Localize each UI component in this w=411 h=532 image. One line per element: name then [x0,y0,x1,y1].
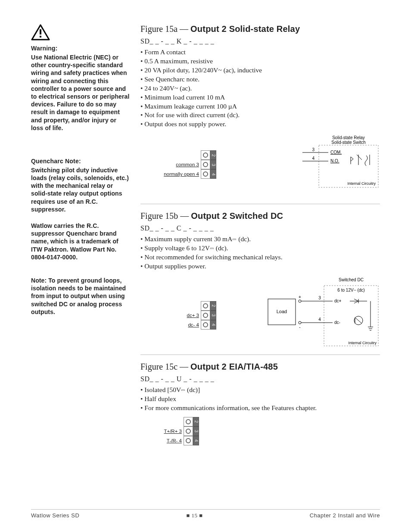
terminal-num-4: 4 [193,436,199,445]
watlow-body: Watlow carries the R.C. suppressor Quenc… [31,222,130,261]
divider [140,204,380,204]
figure-15a-partno: SD_ _ - _ _ K _ - _ _ _ _ [140,37,380,45]
warning-title: Warning: [31,45,130,52]
terminal-num-4: 4 [210,169,216,179]
schem-dcminus: dc- [334,320,340,325]
schem-dcplus: dc+ [334,299,342,303]
tb-label-tminus: T-/R- 4 [140,438,184,443]
bullet: See Quencharc note. [140,75,380,84]
svg-rect-0 [40,29,41,34]
terminal-cell [201,311,210,320]
terminal-cell [184,426,193,436]
svg-point-13 [299,321,301,324]
schem-title1: Switched DC [339,277,364,282]
schem-load: Load [277,309,287,314]
figure-15a-lead: Figure 15a — [140,24,190,34]
svg-line-7 [357,155,362,160]
figure-15c-title: Figure 15c — Output 2 EIA/TIA-485 [140,362,380,372]
terminal-cell [201,301,210,311]
figure-15c-terminal-block: 2 T+/R+ 3 3 T-/R- 4 4 [140,417,199,445]
bullet: Maximum supply current 30 mA⎓ (dc). [140,235,380,244]
schem-pin3: 3 [312,147,314,152]
bullet: Isolated [50V⎓ (dc)] [140,386,380,395]
figure-15c-bullets: Isolated [50V⎓ (dc)] Half duplex For mor… [140,386,380,413]
warning-icon [31,24,130,42]
figure-15c: Figure 15c — Output 2 EIA/TIA-485 SD_ _ … [140,362,380,447]
bullet: Output supplies power. [140,262,380,271]
terminal-num-2: 2 [210,301,216,311]
terminal-num-3: 3 [210,311,216,320]
svg-rect-1 [40,36,41,37]
figure-15b-title: Figure 15b — Output 2 Switched DC [140,211,380,221]
figure-15c-lead: Figure 15c — [140,362,190,371]
terminal-cell [184,417,193,426]
figure-15a-terminal-block: 2 common 3 3 normally open 4 4 [158,150,216,179]
bullet: Maximum leakage current 100 µA [140,102,380,111]
schem-title2: Solid-state Switch [331,140,365,145]
schem-foot: Internal Circuitry [347,181,376,186]
terminal-cell [201,160,210,169]
schem-pin3: 3 [318,296,321,300]
terminal-num-2: 2 [193,417,199,426]
schem-pin4: 4 [312,156,314,161]
schem-com: COM. [330,150,342,155]
tb-label-dcplus: dc+ 3 [158,313,201,318]
bullet: 0.5 A maximum, resistive [140,57,380,66]
terminal-cell [201,169,210,179]
figure-15b-lead: Figure 15b — [140,211,191,221]
figure-15b: Figure 15b — Output 2 Switched DC SD_ _ … [140,211,380,348]
figure-15a-title: Figure 15a — Output 2 Solid-state Relay [140,24,380,34]
sidebar: Warning: Use National Electric (NEC) or … [31,24,130,447]
figure-15a-heading: Output 2 Solid-state Relay [190,24,300,34]
main-content: Figure 15a — Output 2 Solid-state Relay … [140,24,380,447]
quencharc-title: Quencharc Note: [31,158,130,165]
schem-no: N.O. [330,159,339,163]
isolation-note: Note: To prevent ground loops, isolation… [31,277,130,316]
figure-15c-partno: SD_ _ - _ _ U _ - _ _ _ _ [140,375,380,383]
footer-left: Watlow Series SD [31,512,79,519]
terminal-num-2: 2 [210,150,216,160]
terminal-cell [201,320,210,330]
figure-15c-heading: Output 2 EIA/TIA-485 [190,362,278,371]
bullet: Half duplex [140,395,380,404]
quencharc-body: Switching pilot duty inductive loads (re… [31,166,130,213]
footer-page-number: ■ 15 ■ [186,512,202,519]
svg-point-11 [299,300,301,302]
schem-foot: Internal Circuitry [348,341,377,345]
figure-15b-bullets: Maximum supply current 30 mA⎓ (dc). Supp… [140,235,380,271]
divider [140,355,380,355]
figure-15a-bullets: Form A contact 0.5 A maximum, resistive … [140,48,380,129]
warning-body: Use National Electric (NEC) or other cou… [31,53,130,132]
terminal-cell [184,436,193,445]
schem-plus: + [299,295,301,299]
bullet: 24 to 240V~ (ac). [140,84,380,93]
schem-minus: - [299,325,300,330]
svg-line-18 [355,317,362,324]
page-footer: Watlow Series SD ■ 15 ■ Chapter 2 Instal… [31,509,380,519]
footer-right: Chapter 2 Install and Wire [310,512,380,519]
tb-label-dcminus: dc- 4 [158,322,201,327]
figure-15b-schematic: Switched DC 6 to 12V⎓ (dc) Load + 3 dc+ [242,275,380,348]
figure-15b-heading: Output 2 Switched DC [191,211,283,221]
figure-15b-terminal-block: 2 dc+ 3 3 dc- 4 4 [158,301,216,330]
bullet: Output does not supply power. [140,120,380,129]
terminal-num-4: 4 [210,320,216,330]
schem-title2: 6 to 12V⎓ (dc) [337,288,364,292]
svg-rect-9 [324,286,378,346]
bullet: Form A contact [140,48,380,57]
figure-15b-partno: SD_ _ - _ _ C _ - _ _ _ _ [140,224,380,232]
bullet: For more communications information, see… [140,404,380,413]
bullet: Not recommended for switching mechanical… [140,253,380,262]
schem-title1: Solid-state Relay [332,135,365,140]
tb-label-no: normally open 4 [158,171,201,177]
bullet: Minimum load current 10 mA [140,93,380,102]
terminal-cell [201,150,210,160]
bullet: Not for use with direct current (dc). [140,111,380,120]
terminal-num-3: 3 [193,426,199,436]
tb-label-tplus: T+/R+ 3 [140,429,184,434]
bullet: Supply voltage 6 to 12V⎓ (dc). [140,244,380,253]
figure-15a: Figure 15a — Output 2 Solid-state Relay … [140,24,380,198]
bullet: 20 VA pilot duty, 120/240V~ (ac), induct… [140,66,380,75]
figure-15a-schematic: Solid-state Relay Solid-state Switch 3 C… [290,133,380,189]
terminal-num-3: 3 [210,160,216,169]
